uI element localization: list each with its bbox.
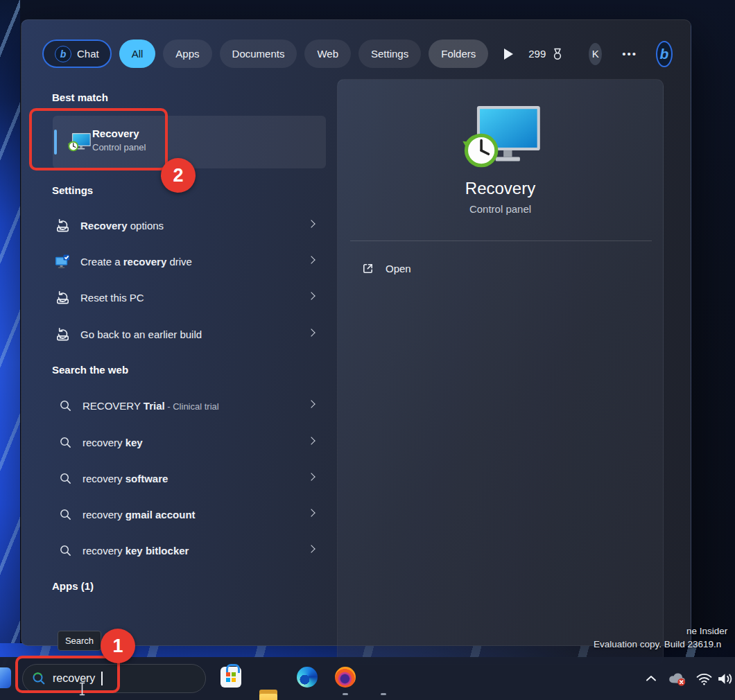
search-icon: [58, 544, 72, 557]
search-icon: [58, 472, 72, 485]
chevron-right-icon: [307, 437, 315, 444]
tab-web[interactable]: Web: [304, 40, 351, 68]
settings-item-create-recovery-drive[interactable]: Create a recovery drive: [52, 243, 327, 279]
taskbar-partial-icon[interactable]: [0, 667, 11, 688]
tray-wifi[interactable]: [695, 657, 713, 700]
chevron-right-icon: [307, 400, 315, 408]
open-external-icon: [361, 262, 374, 275]
more-options-button[interactable]: •••: [622, 48, 637, 60]
chevron-right-icon: [307, 473, 315, 480]
settings-item-go-back-earlier-build[interactable]: Go back to an earlier build: [52, 316, 327, 352]
tray-chevron-up[interactable]: [645, 657, 657, 700]
firefox-running-indicator: [343, 693, 348, 695]
chevron-right-icon: [307, 329, 315, 336]
chevron-up-icon: [645, 674, 657, 683]
rewards-points[interactable]: 299: [528, 47, 564, 61]
tab-settings[interactable]: Settings: [358, 40, 421, 68]
best-match-header: Best match: [52, 91, 108, 103]
tray-onedrive-status[interactable]: [667, 657, 687, 700]
reset-pc-icon: [53, 326, 71, 342]
wifi-icon: [695, 672, 713, 686]
web-item-recovery-key[interactable]: recovery key: [52, 424, 327, 460]
tray-volume[interactable]: [716, 657, 734, 700]
annotation-box-step1: [15, 656, 120, 693]
desktop-screen: b Chat All Apps Documents Web Settings F…: [0, 0, 735, 700]
bing-chat-icon: b: [55, 46, 71, 62]
insider-watermark-line1: ne Insider: [686, 626, 727, 636]
apps-section-header: Apps (1): [52, 580, 94, 592]
taskbar-firefox-icon[interactable]: [335, 667, 356, 688]
volume-icon: [716, 672, 734, 686]
ibeam-cursor: [78, 682, 87, 699]
search-icon: [58, 399, 72, 412]
detail-divider: [350, 240, 652, 241]
onedrive-error-icon: [667, 671, 687, 687]
tab-all[interactable]: All: [119, 40, 156, 68]
result-detail-panel: Recovery Control panel Open: [337, 79, 664, 665]
wallpaper-left-strip: [0, 0, 20, 700]
detail-title: Recovery: [338, 179, 663, 198]
web-item-recovery-key-bitlocker[interactable]: recovery key bitlocker: [52, 532, 327, 568]
open-label: Open: [386, 263, 411, 274]
tab-folders[interactable]: Folders: [429, 40, 488, 68]
web-item-recovery-software[interactable]: recovery software: [52, 460, 327, 496]
profile-avatar[interactable]: K: [589, 43, 602, 65]
tab-apps[interactable]: Apps: [163, 40, 211, 68]
annotation-box-step2: [29, 108, 168, 170]
web-section-header: Search the web: [52, 364, 128, 376]
rewards-medal-icon: [551, 47, 564, 61]
search-tab-bar: b Chat All Apps Documents Web Settings F…: [42, 40, 673, 68]
rewards-count: 299: [528, 48, 546, 60]
search-icon: [58, 436, 72, 449]
reset-pc-icon: [53, 217, 71, 234]
settings-item-recovery-options[interactable]: Recovery options: [52, 207, 327, 243]
taskbar-microsoft-store-icon[interactable]: [220, 667, 241, 688]
tab-documents[interactable]: Documents: [220, 40, 297, 68]
settings-section-header: Settings: [52, 184, 93, 196]
chrome-running-indicator: [381, 693, 386, 695]
detail-subtitle: Control panel: [338, 203, 663, 215]
reset-pc-icon: [53, 289, 71, 306]
chevron-right-icon: [307, 545, 315, 552]
recovery-drive-icon: [53, 254, 71, 270]
search-icon: [58, 508, 72, 521]
taskbar-edge-icon[interactable]: [297, 667, 318, 688]
web-item-recovery-gmail-account[interactable]: recovery gmail account: [52, 496, 327, 532]
annotation-badge-step1: 1: [101, 629, 135, 663]
tab-chat[interactable]: b Chat: [42, 40, 112, 68]
web-item-recovery-trial[interactable]: RECOVERY Trial - Clinical trial: [52, 387, 327, 423]
open-action-button[interactable]: Open: [352, 256, 421, 280]
chevron-right-icon: [307, 220, 315, 227]
more-tabs-arrow-icon[interactable]: [504, 49, 513, 60]
tab-chat-label: Chat: [77, 48, 99, 60]
chevron-right-icon: [307, 256, 315, 263]
taskbar-file-explorer-icon[interactable]: [258, 688, 279, 700]
chevron-right-icon: [307, 292, 315, 299]
annotation-badge-step2: 2: [161, 158, 196, 193]
insider-watermark-line2: Evaluation copy. Build 23619.n: [594, 639, 721, 649]
bing-logo-icon[interactable]: b: [656, 41, 673, 67]
recovery-app-icon-large: [458, 105, 543, 173]
settings-item-reset-this-pc[interactable]: Reset this PC: [52, 279, 327, 315]
search-tooltip: Search: [58, 631, 101, 651]
chevron-right-icon: [307, 509, 315, 516]
